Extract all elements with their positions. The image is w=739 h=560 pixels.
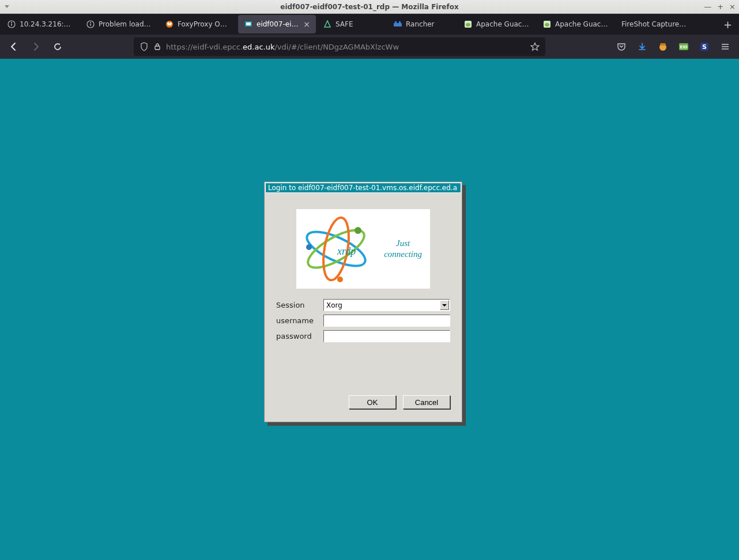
tab-label: FoxyProxy Option <box>178 20 231 28</box>
guacamole-icon <box>542 20 552 29</box>
svg-rect-10 <box>395 21 397 24</box>
svg-text:S: S <box>702 43 707 51</box>
extension-icon-1[interactable] <box>654 37 672 56</box>
forward-button[interactable] <box>27 37 45 56</box>
svg-point-15 <box>545 23 549 27</box>
password-label: password <box>276 332 318 340</box>
pocket-icon[interactable] <box>612 37 631 56</box>
nav-toolbar: https://eidf-vdi.epcc.ed.ac.uk/vdi/#/cli… <box>0 35 739 59</box>
tab-label: SAFE <box>335 20 380 28</box>
svg-point-28 <box>337 277 343 282</box>
desktop-titlebar: eidf007-eidf007-test-01_rdp — Mozilla Fi… <box>0 0 739 14</box>
tab-label: Apache Guacamo <box>555 20 609 28</box>
session-label: Session <box>276 301 318 309</box>
info-icon <box>86 20 95 29</box>
username-label: username <box>276 316 318 325</box>
back-button[interactable] <box>5 37 23 56</box>
svg-rect-8 <box>246 22 251 25</box>
tab-4[interactable]: SAFE <box>317 15 386 33</box>
tab-label: eidf007-eidf007 <box>257 20 300 28</box>
tab-7[interactable]: Apache Guacamo <box>537 15 614 33</box>
tab-5[interactable]: Rancher <box>387 15 457 33</box>
xrdp-dialog-title: Login to eidf007-eidf007-test-01.vms.os.… <box>265 183 461 193</box>
close-tab-icon[interactable]: × <box>303 20 310 29</box>
xrdp-login-form: Session Xorg username password <box>276 299 450 342</box>
tab-2[interactable]: FoxyProxy Option <box>159 15 237 33</box>
svg-point-27 <box>306 244 312 250</box>
extension-icon-3[interactable]: S <box>695 37 714 56</box>
svg-rect-16 <box>155 46 160 50</box>
dropdown-arrow-icon <box>440 300 449 310</box>
svg-rect-2 <box>11 24 12 26</box>
svg-text:EID: EID <box>680 45 687 50</box>
svg-rect-18 <box>660 43 666 46</box>
tab-1[interactable]: Problem loading <box>80 15 158 33</box>
xrdp-login-dialog: Login to eidf007-eidf007-test-01.vms.os.… <box>264 181 462 422</box>
reload-button[interactable] <box>48 37 67 56</box>
xrdp-tagline: Just connecting <box>384 238 422 260</box>
password-input[interactable] <box>323 330 450 342</box>
cancel-button[interactable]: Cancel <box>403 395 450 409</box>
minimize-button[interactable]: — <box>704 2 711 11</box>
tab-label: Rancher <box>406 20 451 28</box>
tab-6[interactable]: Apache Guacamo <box>458 15 536 33</box>
rancher-icon <box>393 20 402 29</box>
tab-0[interactable]: 10.24.3.216:4440 <box>1 15 79 33</box>
svg-point-1 <box>11 22 12 23</box>
tab-label: 10.24.3.216:4440 <box>20 20 73 28</box>
window-title: eidf007-eidf007-test-01_rdp — Mozilla Fi… <box>280 3 458 11</box>
ok-button[interactable]: OK <box>349 395 396 409</box>
close-window-button[interactable]: × <box>729 2 736 11</box>
tab-3[interactable]: eidf007-eidf007 × <box>238 15 316 33</box>
tab-label: Apache Guacamo <box>476 20 530 28</box>
safe-icon <box>323 20 332 29</box>
bookmark-star-icon[interactable] <box>530 42 540 51</box>
svg-point-4 <box>90 22 91 23</box>
url-text: https://eidf-vdi.epcc.ed.ac.uk/vdi/#/cli… <box>166 43 526 51</box>
tab-label: FireShot Capture 010 <box>621 20 688 28</box>
maximize-button[interactable]: + <box>717 2 723 11</box>
tab-label: Problem loading <box>99 20 152 28</box>
tab-strip: 10.24.3.216:4440 Problem loading FoxyPro… <box>0 14 739 35</box>
svg-point-13 <box>466 23 470 27</box>
svg-rect-5 <box>90 24 91 26</box>
session-value: Xorg <box>326 301 342 309</box>
info-icon <box>7 20 16 29</box>
svg-point-26 <box>355 227 361 234</box>
shield-icon[interactable] <box>139 42 149 51</box>
xrdp-logo: xrdp Just connecting <box>296 209 430 289</box>
tab-8[interactable]: FireShot Capture 010 <box>616 15 693 33</box>
svg-text:xrdp: xrdp <box>337 245 356 257</box>
url-bar[interactable]: https://eidf-vdi.epcc.ed.ac.uk/vdi/#/cli… <box>134 37 545 56</box>
guacamole-icon <box>463 20 473 29</box>
svg-rect-11 <box>399 21 401 24</box>
extension-icon-2[interactable]: EID <box>674 37 693 56</box>
lock-icon[interactable] <box>153 43 161 51</box>
hamburger-menu-icon[interactable] <box>716 37 734 56</box>
remote-desktop-viewport[interactable]: Login to eidf007-eidf007-test-01.vms.os.… <box>0 59 739 560</box>
new-tab-button[interactable]: + <box>717 18 739 31</box>
window-menu-dropdown[interactable] <box>5 5 9 8</box>
session-select[interactable]: Xorg <box>323 299 450 311</box>
foxyproxy-icon <box>165 20 174 29</box>
downloads-icon[interactable] <box>633 37 651 56</box>
vm-icon <box>244 20 253 29</box>
username-input[interactable] <box>323 315 450 327</box>
browser-window: 10.24.3.216:4440 Problem loading FoxyPro… <box>0 14 739 560</box>
